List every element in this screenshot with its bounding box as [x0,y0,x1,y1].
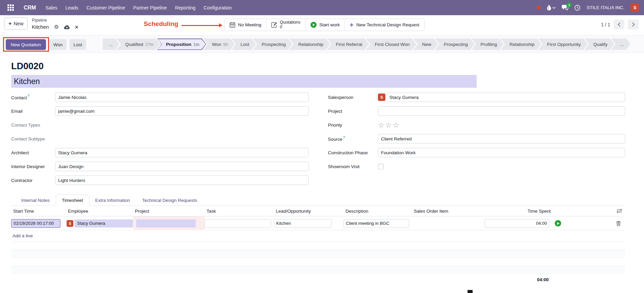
breadcrumb-parent[interactable]: Pipeline [32,18,78,23]
droplet-menu-button[interactable] [547,5,555,10]
apps-grid-icon[interactable] [5,3,16,13]
new-quotation-button[interactable]: New Quotation [6,39,46,50]
tab-internal-notes[interactable]: Internal Notes [15,194,56,206]
quotations-button[interactable]: Quotations 0 [266,19,305,31]
menu-reporting[interactable]: Reporting [175,5,196,10]
new-tdr-label: New Technical Design Request [356,22,420,27]
project-cell-invalid[interactable] [133,216,205,230]
tab-timesheet[interactable]: Timesheet [56,194,89,206]
project-input[interactable] [378,106,625,116]
menu-customer-pipeline[interactable]: Customer Pipeline [87,5,125,10]
company-name[interactable]: STILE ITALIA INC. [587,5,624,10]
employee-cell[interactable]: S Stacy Gumera [66,219,133,228]
stage-first-opportunity[interactable]: First Opportunity [538,38,588,50]
status-bar: New Quotation Won Lost ... Qualified27m … [0,35,644,53]
pager-next-button[interactable] [628,20,639,29]
employee-name[interactable]: Stacy Gumera [74,219,133,228]
contact-input[interactable] [55,92,309,102]
menu-partner-pipeline[interactable]: Partner Pipeline [133,5,167,10]
col-time-spent[interactable]: Time Spent [484,209,552,214]
breadcrumb: Pipeline Kitchen ⚙ × [32,18,78,30]
tab-technical-design-requests[interactable]: Technical Design Requests [136,194,203,206]
priority-stars[interactable]: ☆☆☆ [378,122,400,129]
notebook-tabs: Internal Notes Timesheet Extra Informati… [11,194,625,206]
employee-avatar: S [67,220,73,227]
new-record-button[interactable]: + New [4,18,28,30]
stage-first-referral[interactable]: First Referral [327,38,369,50]
contact-label: Contact? [11,94,55,100]
stage-won[interactable]: Won5h [203,38,235,50]
help-icon: ? [343,136,345,139]
opportunity-title-input[interactable] [11,75,477,88]
annotation-arrow [182,25,219,26]
pager-previous-button[interactable] [614,20,624,29]
construction-phase-input[interactable] [378,148,625,157]
contact-types-label: Contact Types [11,123,55,128]
optional-columns-button[interactable] [612,209,625,213]
col-description[interactable]: Description [343,209,412,214]
user-avatar[interactable]: S [630,3,639,12]
stage-qualified[interactable]: Qualified27m [116,38,160,50]
play-icon [557,222,559,225]
recording-indicator-icon [537,6,541,9]
col-project[interactable]: Project [133,209,205,214]
new-technical-design-request-button[interactable]: + New Technical Design Request [345,19,424,31]
salesperson-label: Salesperson [328,95,378,100]
discard-icon[interactable]: × [75,24,78,30]
stage-new[interactable]: New [413,38,438,50]
col-start-time[interactable]: Start Time [11,209,63,214]
interior-designer-input[interactable] [55,162,309,171]
task-input[interactable] [205,219,271,228]
stage-prospecting-2[interactable]: Prospecting [435,38,475,50]
lost-button[interactable]: Lost [69,39,86,50]
stage-profiling[interactable]: Profiling [472,38,504,50]
app-name[interactable]: CRM [24,5,36,11]
won-button[interactable]: Won [49,39,67,50]
messages-button[interactable]: 1 [562,5,568,10]
architect-input[interactable] [55,148,309,157]
project-empty-value[interactable] [136,219,196,228]
gear-icon[interactable]: ⚙ [54,24,58,30]
stage-lost[interactable]: Lost [232,38,256,50]
stage-proposition-active[interactable]: Proposition1m [157,38,206,50]
empty-row [11,266,625,274]
stage-prospecting[interactable]: Prospecting [253,38,292,50]
col-employee[interactable]: Employee [66,209,133,214]
activities-button[interactable] [574,5,580,11]
stage-ellipsis-left[interactable]: ... [103,38,119,50]
salesperson-input[interactable] [386,92,625,102]
menu-sales[interactable]: Sales [45,5,57,10]
save-cloud-icon[interactable] [64,25,70,29]
no-meeting-label: No Meeting [238,22,261,27]
showroom-visit-checkbox[interactable] [378,164,384,169]
plus-icon: + [8,21,11,27]
star-icon[interactable]: ☆ [378,121,385,129]
description-input[interactable] [343,219,409,228]
start-time-input[interactable] [11,219,61,228]
delete-row-button[interactable] [612,221,625,226]
contractor-input[interactable] [55,176,309,185]
star-icon[interactable]: ☆ [385,121,393,129]
control-panel: + New Pipeline Kitchen ⚙ × Scheduling [0,15,644,35]
quotations-label: Quotations [280,20,300,25]
source-input[interactable] [378,134,625,143]
stage-relationship[interactable]: Relationship [289,38,330,50]
no-meeting-button[interactable]: No Meeting [225,19,266,31]
timer-play-button[interactable] [555,220,561,227]
stage-relationship-2[interactable]: Relationship [501,38,541,50]
stage-qualify[interactable]: Qualify [585,38,614,50]
add-a-line-link[interactable]: Add a line [11,233,33,238]
stage-first-closed-won[interactable]: First Closed Won [366,38,416,50]
col-task[interactable]: Task [205,209,274,214]
col-sales-order-item[interactable]: Sales Order Item [412,209,484,214]
tab-extra-information[interactable]: Extra Information [89,194,136,206]
email-input[interactable] [55,106,309,116]
menu-configuration[interactable]: Configuration [204,5,232,10]
chevron-down-icon [552,7,555,9]
col-lead-opportunity[interactable]: Lead/Opportunity [274,209,334,214]
time-spent-input[interactable] [484,219,549,228]
lead-opportunity-input[interactable] [274,219,332,228]
start-work-button[interactable]: Start work [306,19,345,31]
star-icon[interactable]: ☆ [393,121,400,129]
menu-leads[interactable]: Leads [65,5,78,10]
